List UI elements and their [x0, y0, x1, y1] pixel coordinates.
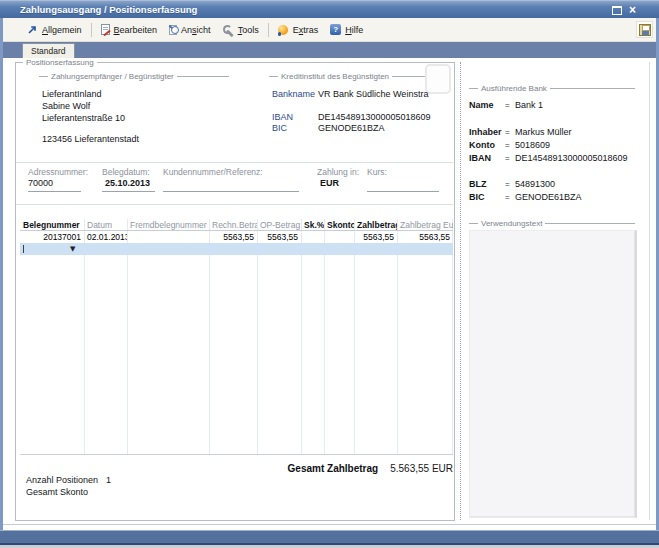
close-icon[interactable]: ×	[629, 2, 636, 18]
side-iban-label: IBAN	[469, 153, 505, 163]
menu-extras[interactable]: Extras	[272, 22, 325, 38]
bankname-label: Bankname	[272, 89, 315, 99]
konto-value[interactable]: 5018609	[515, 140, 550, 150]
iban-row: IBAN=DE14548913000005018609	[469, 153, 628, 163]
name-label: Name	[469, 100, 505, 110]
panel-splitter[interactable]	[460, 62, 461, 520]
payee-group-title: Zahlungsempfänger / Begünstigter	[48, 72, 177, 81]
gesamt-zahlbetrag-label: Gesamt Zahlbetrag	[288, 463, 379, 474]
belegdatum-input-line[interactable]	[102, 191, 155, 192]
total-row: Gesamt Zahlbetrag5.563,55 EUR	[20, 458, 453, 476]
chevron-down-icon[interactable]: ▼	[70, 244, 75, 254]
menu-bar: Allgemein Bearbeiten Ansicht Tools Extra…	[3, 18, 656, 42]
kundennummer-input-line[interactable]	[163, 191, 299, 192]
inhaber-label: Inhaber	[469, 127, 505, 137]
payee-group-header: Zahlungsempfänger / Begünstigter	[39, 72, 229, 80]
corner-decoration	[425, 64, 451, 94]
column-header[interactable]: Skonto	[324, 219, 354, 231]
text-caret	[23, 245, 24, 253]
sk-prozent-cell[interactable]	[301, 231, 324, 243]
payee-city: 123456 Lieferantenstadt	[42, 134, 139, 144]
column-header[interactable]: Zahlbetrag Euro	[397, 219, 453, 231]
payee-street: Lieferantenstraße 10	[42, 113, 125, 123]
blz-value[interactable]: 54891300	[515, 179, 555, 189]
bic-label: BIC	[272, 123, 287, 133]
column-header[interactable]: OP-Betrag	[257, 219, 301, 231]
creditor-bank-group-title: Kreditinstitut des Begünstigten	[278, 72, 392, 81]
op-betrag-cell[interactable]: 5563,55	[257, 231, 301, 243]
menu-bearbeiten[interactable]: Bearbeiten	[95, 22, 164, 37]
rechn-betrag-cell[interactable]: 5563,55	[209, 231, 257, 243]
adressnummer-input-line[interactable]	[28, 191, 81, 192]
zahlbetrag-cell[interactable]: 5563,55	[354, 231, 397, 243]
menu-separator	[91, 23, 92, 37]
column-header[interactable]: Sk.%	[301, 219, 324, 231]
adressnummer-value[interactable]: 70000	[28, 178, 53, 188]
payee-contact: Sabine Wolf	[42, 101, 90, 111]
tab-strip: Standard	[3, 42, 656, 58]
creditor-bank-group-header: Kreditinstitut des Begünstigten	[269, 72, 425, 80]
belegnummer-cell[interactable]: 20137001	[20, 231, 84, 243]
kurs-label: Kurs:	[367, 167, 387, 177]
column-header[interactable]: Zahlbetrag	[354, 219, 397, 231]
side-bic-value[interactable]: GENODE61BZA	[515, 192, 582, 202]
datum-cell[interactable]: 02.01.2013	[84, 231, 127, 243]
column-header[interactable]: Rechn.Betrag	[209, 219, 257, 231]
verwendungstext-group-title: Verwendungstext	[478, 219, 545, 228]
menu-label: Ansicht	[181, 25, 211, 35]
zahlung-in-label: Zahlung in:	[317, 167, 359, 177]
inhaber-value[interactable]: Markus Müller	[515, 127, 572, 137]
menu-hilfe[interactable]: ? Hilfe	[324, 22, 369, 38]
groupbox-title: Positionserfassung	[23, 58, 97, 67]
zahlbetrag-euro-cell[interactable]: 5563,55	[397, 231, 453, 243]
bic-value[interactable]: GENODE61BZA	[318, 123, 385, 133]
column-header[interactable]: Fremdbelegnummer	[127, 219, 209, 231]
konto-label: Konto	[469, 140, 505, 150]
side-iban-value[interactable]: DE14548913000005018609	[515, 153, 628, 163]
menu-allgemein[interactable]: Allgemein	[21, 22, 88, 38]
save-icon	[639, 24, 651, 36]
verwendungstext-textarea[interactable]	[469, 230, 637, 518]
table-header-row: Belegnummer Datum Fremdbelegnummer Rechn…	[20, 219, 453, 231]
column-header[interactable]: Belegnummer	[20, 219, 84, 231]
belegdatum-value[interactable]: 25.10.2013	[105, 178, 150, 188]
iban-value[interactable]: DE14548913000005018609	[318, 112, 431, 122]
positions-table: Belegnummer Datum Fremdbelegnummer Rechn…	[20, 219, 453, 455]
ausfuehrende-bank-group-header: Ausführende Bank	[469, 84, 635, 92]
app-window: Zahlungsausgang / Positionserfassung × A…	[0, 0, 659, 548]
bankname-value[interactable]: VR Bank Südliche Weinstra	[318, 89, 428, 99]
save-button[interactable]	[636, 21, 653, 38]
title-bar: Zahlungsausgang / Positionserfassung ×	[0, 0, 659, 18]
window-title: Zahlungsausgang / Positionserfassung	[20, 4, 197, 15]
verwendungstext-group-header: Verwendungstext	[469, 219, 635, 227]
blz-label: BLZ	[469, 179, 505, 189]
section-divider	[16, 204, 453, 205]
menu-tools[interactable]: Tools	[217, 22, 265, 38]
menu-separator	[268, 23, 269, 37]
menu-label: Tools	[238, 25, 259, 35]
magnifier-icon	[169, 25, 177, 35]
arrow-ne-icon	[27, 24, 38, 36]
wrench-icon	[223, 24, 234, 36]
bank-name-row: Name=Bank 1	[469, 100, 543, 110]
side-bic-row: BIC=GENODE61BZA	[469, 192, 582, 202]
skonto-cell[interactable]	[324, 231, 354, 243]
side-bic-label: BIC	[469, 192, 505, 202]
kurs-input-line[interactable]	[367, 191, 439, 192]
menu-label: Bearbeiten	[114, 25, 158, 35]
restore-window-icon[interactable]	[612, 6, 622, 15]
fremdbelegnummer-cell[interactable]	[127, 231, 209, 243]
section-divider	[16, 162, 453, 163]
belegdatum-label: Belegdatum:	[102, 167, 150, 177]
column-header[interactable]: Datum	[84, 219, 127, 231]
zahlung-in-value[interactable]: EUR	[320, 178, 339, 188]
anzahl-positionen-label: Anzahl Positionen	[26, 475, 98, 485]
menu-ansicht[interactable]: Ansicht	[163, 23, 217, 37]
table-new-row-selected[interactable]: ▼	[20, 243, 453, 255]
menu-label: Allgemein	[42, 25, 82, 35]
tab-standard[interactable]: Standard	[22, 43, 75, 58]
name-value[interactable]: Bank 1	[515, 100, 543, 110]
bulb-icon	[278, 24, 289, 36]
table-row[interactable]: 20137001 02.01.2013 5563,55 5563,55 5563…	[20, 231, 453, 243]
menu-label: Hilfe	[345, 25, 363, 35]
